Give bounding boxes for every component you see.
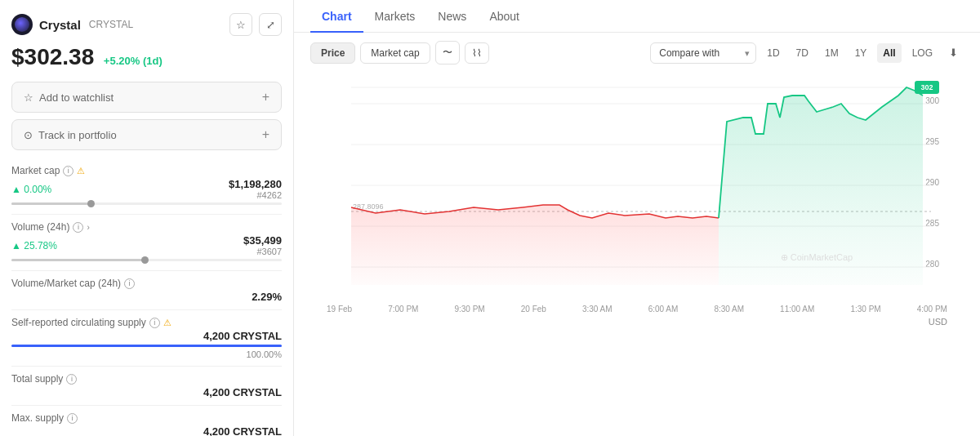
right-panel: Chart Markets News About Price Market ca…	[294, 0, 980, 436]
stat-vol-mktcap: Volume/Market cap (24h) i 2.29%	[11, 271, 282, 310]
compare-select[interactable]: Compare with	[650, 42, 756, 64]
vol-mktcap-info-icon[interactable]: i	[124, 278, 135, 289]
stat-total-supply: Total supply i 4,200 CRYSTAL	[11, 367, 282, 406]
tab-news[interactable]: News	[426, 2, 478, 33]
volume-rank: #3607	[243, 247, 282, 256]
circulating-label: Self-reported circulating supply	[11, 317, 146, 328]
x-label-3: 20 Feb	[521, 305, 546, 314]
stat-market-cap: Market cap i ⚠ ▲ 0.00% $1,198,280 #4262	[11, 158, 282, 215]
volume-label: Volume (24h)	[11, 221, 69, 233]
x-label-4: 3:30 AM	[582, 305, 612, 314]
price-row: $302.38 +5.20% (1d)	[11, 44, 282, 70]
time-all-button[interactable]: All	[877, 43, 901, 63]
x-label-0: 19 Feb	[327, 305, 352, 314]
total-supply-value: 4,200 CRYSTAL	[203, 386, 282, 398]
x-axis: 19 Feb 7:00 PM 9:30 PM 20 Feb 3:30 AM 6:…	[310, 301, 964, 317]
star-button[interactable]: ☆	[229, 13, 252, 36]
x-label-2: 9:30 PM	[454, 305, 484, 314]
market-cap-rank: #4262	[229, 190, 282, 200]
tab-about[interactable]: About	[478, 2, 531, 33]
star-icon-small: ☆	[24, 91, 33, 104]
header-icons: ☆ ⤢	[229, 13, 282, 36]
x-label-1: 7:00 PM	[388, 305, 418, 314]
stat-circulating: Self-reported circulating supply i ⚠ 4,2…	[11, 310, 282, 367]
total-supply-info-icon[interactable]: i	[66, 374, 77, 385]
vol-mktcap-value: 2.29%	[252, 291, 282, 303]
marketcap-button[interactable]: Market cap	[360, 42, 430, 64]
max-supply-info-icon[interactable]: i	[67, 413, 78, 424]
coin-name: Crystal	[39, 18, 81, 32]
x-label-7: 11:00 AM	[780, 305, 814, 314]
usd-label: USD	[310, 317, 964, 327]
chart-controls-left: Price Market cap 〜 ⌇⌇	[310, 41, 489, 65]
circulating-info-icon[interactable]: i	[149, 318, 160, 328]
plus-icon: +	[262, 90, 270, 105]
coin-symbol: CRYSTAL	[89, 19, 133, 30]
plus-icon-2: +	[262, 127, 270, 142]
total-supply-label: Total supply	[11, 373, 63, 385]
portfolio-btn-label-wrap: ⊙ Track in portfolio	[24, 129, 117, 141]
circulating-warn-icon: ⚠	[163, 318, 172, 328]
track-portfolio-button[interactable]: ⊙ Track in portfolio +	[11, 119, 282, 150]
x-label-8: 1:30 PM	[850, 305, 880, 314]
main-chart-svg: 302 300 295 290 285 280 287.8096	[310, 73, 964, 301]
watchlist-label: Add to watchlist	[39, 91, 114, 104]
market-cap-warn-icon: ⚠	[77, 166, 85, 176]
compare-wrap: Compare with	[650, 42, 756, 64]
tab-chart[interactable]: Chart	[310, 2, 363, 33]
price-button[interactable]: Price	[310, 42, 355, 64]
coin-header: Crystal CRYSTAL ☆ ⤢	[11, 13, 282, 36]
tab-markets[interactable]: Markets	[363, 2, 427, 33]
share-button[interactable]: ⤢	[259, 13, 282, 36]
time-1m-button[interactable]: 1M	[819, 43, 844, 63]
add-to-watchlist-button[interactable]: ☆ Add to watchlist +	[11, 82, 282, 113]
market-cap-label: Market cap	[11, 165, 60, 176]
chart-controls: Price Market cap 〜 ⌇⌇ Compare with 1D 7D…	[294, 33, 980, 73]
market-cap-value: $1,198,280	[229, 178, 282, 190]
coin-identity: Crystal CRYSTAL	[11, 14, 133, 35]
chart-controls-right: Compare with 1D 7D 1M 1Y All LOG ⬇	[650, 42, 964, 64]
volume-info-icon[interactable]: i	[73, 222, 83, 233]
price-change: +5.20% (1d)	[104, 55, 163, 67]
coin-logo	[11, 14, 33, 35]
log-button[interactable]: LOG	[906, 43, 938, 63]
candle-chart-icon-btn[interactable]: ⌇⌇	[465, 42, 489, 64]
max-supply-label: Max. supply	[11, 412, 64, 424]
x-label-6: 8:30 AM	[714, 305, 744, 314]
portfolio-icon: ⊙	[24, 129, 33, 141]
watermark-text: ⊕ CoinMarketCap	[781, 252, 853, 262]
watchlist-btn-label-wrap: ☆ Add to watchlist	[24, 91, 114, 104]
time-7d-button[interactable]: 7D	[791, 43, 814, 63]
portfolio-label: Track in portfolio	[38, 129, 117, 141]
circulating-value: 4,200 CRYSTAL	[203, 330, 282, 342]
stat-max-supply: Max. supply i 4,200 CRYSTAL	[11, 406, 282, 436]
market-cap-info-icon[interactable]: i	[63, 166, 74, 176]
time-1y-button[interactable]: 1Y	[849, 43, 873, 63]
left-panel: Crystal CRYSTAL ☆ ⤢ $302.38 +5.20% (1d) …	[0, 0, 294, 436]
price-main: $302.38	[11, 44, 94, 69]
market-cap-change: ▲ 0.00%	[11, 184, 51, 195]
line-chart-icon-btn[interactable]: 〜	[435, 41, 460, 65]
max-supply-value: 4,200 CRYSTAL	[203, 425, 282, 436]
volume-change: ▲ 25.78%	[11, 240, 57, 251]
vol-mktcap-label: Volume/Market cap (24h)	[11, 278, 121, 289]
time-1d-button[interactable]: 1D	[761, 43, 785, 63]
download-button[interactable]: ⬇	[943, 42, 964, 63]
circulating-percent: 100.00%	[247, 349, 282, 359]
x-label-9: 4:00 PM	[917, 305, 947, 314]
tabs-bar: Chart Markets News About	[294, 0, 980, 33]
x-label-5: 6:00 AM	[648, 305, 679, 314]
volume-chevron-icon[interactable]: ›	[87, 223, 89, 232]
volume-value: $35,499	[243, 234, 282, 247]
price-badge-text: 302	[920, 83, 933, 91]
stat-volume: Volume (24h) i › ▲ 25.78% $35,499 #3607	[11, 215, 282, 271]
chart-area: 302 300 295 290 285 280 287.8096	[294, 73, 980, 436]
stats-section: Market cap i ⚠ ▲ 0.00% $1,198,280 #4262	[11, 158, 282, 436]
